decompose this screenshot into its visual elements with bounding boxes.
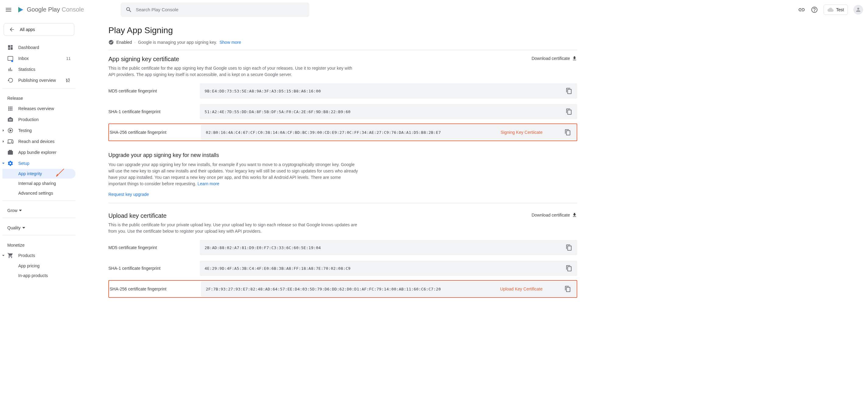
- fp-label: MD5 certificate fingerprint: [108, 89, 200, 93]
- copy-icon[interactable]: [566, 244, 572, 251]
- sidebar-item-label: App bundle explorer: [18, 150, 71, 155]
- copy-icon[interactable]: [564, 129, 571, 136]
- sidebar-item-products[interactable]: Products: [2, 250, 75, 261]
- logo[interactable]: Google Play Console: [17, 6, 84, 13]
- inbox-badge: 11: [66, 56, 71, 61]
- download-icon: [572, 212, 577, 218]
- monetize-section-title: Monetize: [2, 238, 75, 250]
- sidebar-item-label: Advanced settings: [18, 191, 71, 196]
- sidebar-item-statistics[interactable]: Statistics: [2, 64, 75, 75]
- sidebar-item-label: In-app products: [18, 273, 71, 278]
- upload-sha256-row: SHA-256 certificate fingerprint 2F:7B:93…: [110, 281, 576, 297]
- all-apps-button[interactable]: All apps: [4, 23, 74, 36]
- chevron-down-icon: [2, 162, 5, 165]
- sidebar: All apps Dashboard Inbox 11 Statistics P…: [0, 20, 78, 310]
- products-icon: [7, 252, 13, 258]
- upload-annotation: Upload Key Certificate: [500, 286, 542, 291]
- sidebar-item-releases-overview[interactable]: Releases overview: [2, 103, 75, 114]
- fp-label: SHA-256 certificate fingerprint: [110, 286, 201, 291]
- header: Google Play Console Test: [0, 0, 868, 20]
- request-key-upgrade-link[interactable]: Request key upgrade: [108, 192, 149, 197]
- upload-desc: This is the public certificate for your …: [108, 222, 358, 235]
- sidebar-item-dashboard[interactable]: Dashboard: [2, 42, 75, 53]
- signing-sha1-row: SHA-1 certificate fingerprint 51:A2:4E:7…: [108, 104, 577, 119]
- chevron-right-icon: [2, 140, 5, 143]
- production-icon: [7, 116, 13, 123]
- copy-icon[interactable]: [564, 286, 571, 292]
- help-icon[interactable]: [811, 6, 818, 13]
- search-input[interactable]: [136, 7, 305, 12]
- enabled-text: Enabled: [116, 40, 132, 45]
- signing-sha256-row: SHA-256 certificate fingerprint 02:B0:16…: [110, 125, 576, 140]
- sidebar-item-label: Testing: [18, 128, 71, 133]
- status-row: Enabled · Google is managing your app si…: [108, 39, 577, 50]
- testing-icon: [7, 128, 13, 134]
- sidebar-item-label: App pricing: [18, 264, 71, 268]
- copy-icon[interactable]: [566, 88, 572, 94]
- sidebar-item-label: Releases overview: [18, 106, 71, 111]
- sidebar-item-inbox[interactable]: Inbox 11: [2, 53, 75, 64]
- release-section-title: Release: [2, 91, 75, 103]
- fp-value: 51:A2:4E:7D:55:DD:DA:8F:5B:DF:5A:F0:CA:2…: [205, 109, 566, 114]
- sidebar-item-testing[interactable]: Testing: [2, 125, 75, 136]
- signing-desc: This is the public certificate for the a…: [108, 65, 358, 78]
- sidebar-item-label: Dashboard: [18, 45, 71, 50]
- fp-label: SHA-1 certificate fingerprint: [108, 266, 200, 271]
- quality-section-title[interactable]: Quality: [2, 220, 75, 233]
- upgrade-section: Upgrade your app signing key for new ins…: [108, 152, 577, 203]
- search-icon: [125, 6, 132, 13]
- show-more-link[interactable]: Show more: [219, 40, 241, 45]
- upload-section-title: Upload key certificate: [108, 212, 166, 219]
- learn-more-link[interactable]: Learn more: [197, 181, 219, 186]
- sidebar-item-advanced[interactable]: Advanced settings: [2, 188, 75, 198]
- chevron-down-icon: [22, 226, 26, 230]
- dashboard-icon: [7, 44, 13, 50]
- play-logo-icon: [17, 6, 24, 13]
- copy-icon[interactable]: [566, 265, 572, 272]
- upgrade-title: Upgrade your app signing key for new ins…: [108, 152, 577, 159]
- bundle-icon: [7, 149, 13, 155]
- publishing-icon: [7, 77, 13, 83]
- releases-icon: [7, 106, 13, 112]
- download-icon: [572, 56, 577, 61]
- sidebar-item-label: Setup: [18, 161, 71, 166]
- sidebar-item-label: Products: [18, 253, 71, 258]
- fp-value: 4E:29:9D:4F:A5:3B:C4:4F:E0:6B:3B:A8:FF:1…: [205, 266, 566, 271]
- sidebar-item-inapp[interactable]: In-app products: [2, 271, 75, 280]
- chevron-down-icon: [2, 254, 5, 257]
- developer-chip[interactable]: Test: [824, 5, 848, 15]
- copy-icon[interactable]: [566, 108, 572, 115]
- upgrade-desc: You can upgrade your app signing key for…: [108, 162, 358, 187]
- fp-label: MD5 certificate fingerprint: [108, 245, 200, 250]
- sidebar-item-label: Production: [18, 117, 71, 122]
- grow-section-title[interactable]: Grow: [2, 203, 75, 215]
- sidebar-item-label: Reach and devices: [18, 139, 71, 144]
- sidebar-item-production[interactable]: Production: [2, 114, 75, 125]
- avatar[interactable]: [854, 5, 863, 14]
- devices-icon: [7, 138, 13, 144]
- sidebar-item-reach[interactable]: Reach and devices: [2, 136, 75, 147]
- signing-sha256-highlight: SHA-256 certificate fingerprint 02:B0:16…: [108, 124, 577, 141]
- signing-section-title: App signing key certificate: [108, 56, 179, 63]
- upload-md5-row: MD5 certificate fingerprint 2B:AD:88:02:…: [108, 240, 577, 255]
- sidebar-item-publishing[interactable]: Publishing overview: [2, 75, 75, 86]
- fp-label: SHA-256 certificate fingerprint: [110, 130, 201, 135]
- link-icon[interactable]: [798, 6, 805, 13]
- search-box[interactable]: [121, 2, 309, 17]
- developer-name: Test: [836, 7, 844, 12]
- sidebar-item-app-pricing[interactable]: App pricing: [2, 261, 75, 271]
- sidebar-item-setup[interactable]: Setup: [2, 158, 75, 169]
- main-content: Play App Signing Enabled · Google is man…: [78, 20, 589, 310]
- download-upload-cert[interactable]: Download certificate: [532, 212, 577, 218]
- sidebar-item-app-integrity[interactable]: App integrity: [2, 169, 75, 178]
- sidebar-item-internal-sharing[interactable]: Internal app sharing: [2, 178, 75, 188]
- sync-off-icon: [65, 77, 71, 83]
- fp-label: SHA-1 certificate fingerprint: [108, 109, 200, 114]
- fp-value: 2B:AD:88:02:A7:81:D9:E0:F7:C3:33:6C:60:5…: [205, 245, 566, 250]
- download-signing-cert[interactable]: Download certificate: [532, 56, 577, 61]
- menu-icon[interactable]: [5, 6, 12, 13]
- sidebar-item-bundle[interactable]: App bundle explorer: [2, 147, 75, 158]
- sidebar-item-label: Inbox: [18, 56, 66, 61]
- separator: ·: [134, 40, 135, 45]
- fp-value: 9B:E4:DD:73:53:5E:A8:9A:3F:A3:D5:15:B8:A…: [205, 89, 566, 93]
